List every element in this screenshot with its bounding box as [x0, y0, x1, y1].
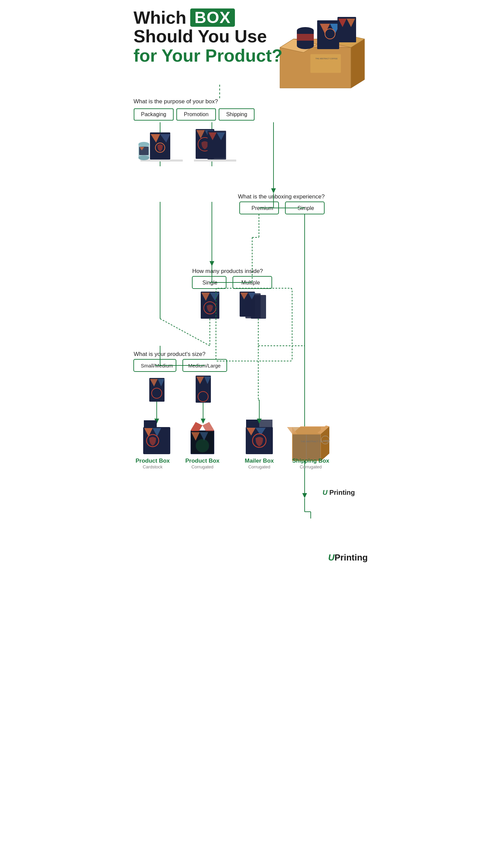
svg-text:U: U — [322, 489, 328, 496]
page: Which BOX Should You Use for Your Produc… — [126, 0, 378, 583]
svg-marker-118 — [246, 420, 259, 427]
svg-text:Product Box: Product Box — [135, 458, 170, 464]
header-section: Which BOX Should You Use for Your Produc… — [126, 0, 378, 98]
svg-text:Shipping Box: Shipping Box — [292, 458, 329, 464]
svg-point-114 — [196, 439, 209, 452]
svg-text:Corrugated: Corrugated — [191, 464, 213, 469]
svg-marker-119 — [259, 420, 273, 427]
flowchart-area: What is the purpose of your box? Packagi… — [126, 98, 378, 549]
svg-point-15 — [325, 29, 335, 39]
svg-rect-38 — [194, 160, 236, 162]
logo-printing: Printing — [335, 553, 368, 563]
svg-text:Corrugated: Corrugated — [248, 464, 270, 469]
svg-text:Printing: Printing — [329, 489, 355, 496]
svg-marker-22 — [271, 188, 276, 193]
svg-rect-10 — [297, 34, 314, 41]
title-which: Which — [134, 9, 186, 26]
option-packaging: Packaging — [134, 108, 174, 120]
svg-text:What is your product's size?: What is your product's size? — [134, 351, 206, 357]
q1-options: Packaging Promotion Shipping — [134, 108, 371, 120]
header-connector-line — [219, 85, 220, 98]
title-line3: for Your Product? — [134, 46, 283, 65]
svg-line-78 — [160, 319, 210, 346]
logo-area: U Printing — [126, 549, 378, 570]
q1-section: What is the purpose of your box? Packagi… — [126, 98, 378, 120]
svg-marker-102 — [144, 420, 157, 428]
flow-diagram-svg: What is the unboxing experience? Premium… — [126, 122, 378, 549]
svg-rect-74 — [251, 295, 266, 319]
option-promotion: Promotion — [176, 108, 216, 120]
svg-text:Corrugated: Corrugated — [299, 464, 321, 469]
svg-rect-5 — [310, 54, 341, 73]
title-box-badge: BOX — [190, 9, 234, 27]
svg-text:Product Box: Product Box — [185, 458, 220, 464]
svg-text:What is the unboxing experienc: What is the unboxing experience? — [238, 193, 325, 200]
svg-marker-100 — [201, 419, 206, 424]
svg-point-34 — [139, 156, 149, 160]
svg-text:Cardstock: Cardstock — [142, 464, 163, 469]
svg-marker-132 — [293, 435, 320, 460]
q1-question: What is the purpose of your box? — [134, 98, 371, 105]
logo-u: U — [328, 553, 335, 563]
svg-marker-57 — [302, 493, 307, 498]
svg-rect-27 — [141, 160, 183, 162]
option-shipping: Shipping — [219, 108, 254, 120]
svg-text:Mailer Box: Mailer Box — [245, 458, 274, 464]
header-title-block: Which BOX Should You Use for Your Produc… — [134, 9, 283, 65]
title-line2: Should You Use — [134, 27, 283, 46]
svg-point-9 — [297, 42, 314, 49]
svg-text:COFFEE: COFFEE — [323, 440, 330, 442]
svg-text:THE ABSTRACT COFFEE: THE ABSTRACT COFFEE — [316, 57, 338, 60]
